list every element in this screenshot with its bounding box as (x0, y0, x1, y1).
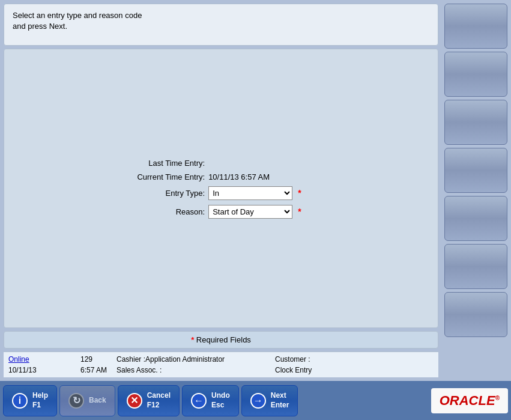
sidebar-btn-6[interactable] (444, 244, 507, 289)
reason-label: Reason: (137, 207, 205, 216)
instruction-line1: Select an entry type and reason code (13, 11, 142, 20)
undo-button[interactable]: ← Undo Esc (182, 385, 239, 416)
help-button[interactable]: i Help F1 (3, 385, 57, 416)
cancel-button[interactable]: ✕ Cancel F12 (118, 385, 180, 416)
undo-label: Undo (211, 391, 230, 401)
status-date: 10/11/13 (8, 365, 80, 376)
next-label: Next (271, 391, 286, 401)
reason-select[interactable]: Start of Day Break Lunch End of Day (208, 205, 292, 219)
sidebar-btn-4[interactable] (444, 148, 507, 193)
toolbar: i Help F1 ↻ Back ✕ Cancel F12 ← Undo Esc… (0, 381, 511, 420)
entry-type-required-star: * (296, 188, 301, 198)
next-icon: → (250, 393, 266, 409)
status-bar: Online 10/11/13 129 6:57 AM Cashier :App… (4, 352, 438, 377)
status-customer-cell: Customer : Clock Entry (275, 354, 434, 376)
sidebar-btn-7[interactable] (444, 292, 507, 337)
form-area: Last Time Entry: Current Time Entry: 10/… (4, 49, 438, 328)
cancel-icon: ✕ (127, 393, 142, 409)
undo-key: Esc (211, 401, 224, 410)
status-store-cell: 129 6:57 AM (80, 354, 116, 376)
last-time-entry-label: Last Time Entry: (137, 159, 205, 168)
store-number: 129 (80, 354, 116, 365)
cancel-label: Cancel (147, 391, 171, 401)
reason-required-star: * (296, 207, 301, 216)
help-icon: i (12, 393, 28, 409)
entry-type-select[interactable]: In Out (208, 186, 292, 200)
next-button[interactable]: → Next Enter (241, 385, 298, 416)
instruction-line2: and press Next. (13, 22, 67, 31)
current-time-entry-label: Current Time Entry: (137, 172, 205, 181)
right-sidebar (442, 0, 511, 381)
back-button[interactable]: ↻ Back (59, 385, 115, 416)
sidebar-btn-2[interactable] (444, 52, 507, 97)
help-label: Help (32, 391, 48, 401)
next-key: Enter (271, 401, 289, 410)
required-fields-text: Required Fields (196, 335, 251, 344)
sidebar-btn-3[interactable] (444, 100, 507, 145)
entry-type-label: Entry Type: (137, 189, 205, 198)
required-star-symbol: * (191, 335, 194, 344)
cashier-info: Cashier :Application Administrator (116, 354, 275, 365)
current-time-entry-value: 10/11/13 6:57 AM (208, 172, 292, 181)
online-link[interactable]: Online (8, 354, 80, 365)
undo-icon: ← (191, 393, 207, 409)
required-fields-bar: * Required Fields (4, 331, 438, 348)
status-cashier-cell: Cashier :Application Administrator Sales… (116, 354, 275, 376)
form-fields: Last Time Entry: Current Time Entry: 10/… (137, 159, 304, 219)
sidebar-btn-1[interactable] (444, 4, 507, 49)
cancel-key: F12 (147, 401, 160, 410)
status-time: 6:57 AM (80, 365, 116, 376)
help-key: F1 (32, 401, 41, 410)
sidebar-btn-5[interactable] (444, 196, 507, 241)
sales-assoc-info: Sales Assoc. : (116, 365, 275, 376)
instruction-box: Select an entry type and reason code and… (4, 4, 438, 46)
oracle-logo-text: ORACLE (440, 393, 495, 408)
customer-info: Customer : (275, 354, 434, 365)
back-label: Back (89, 396, 106, 406)
oracle-logo: ORACLE® (431, 388, 508, 413)
status-online-cell: Online 10/11/13 (8, 354, 80, 376)
back-icon: ↻ (68, 393, 84, 409)
clock-entry-label: Clock Entry (275, 365, 434, 376)
